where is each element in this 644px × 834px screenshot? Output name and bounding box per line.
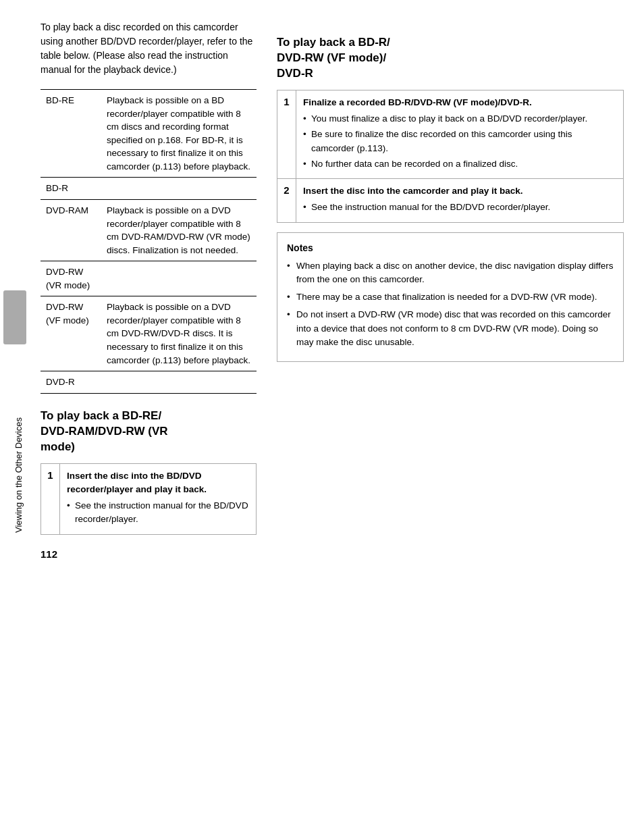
step-row-1: 1 Finalize a recorded BD-R/DVD-RW (VF mo… bbox=[277, 90, 623, 179]
notes-list: When playing back a disc on another devi… bbox=[287, 259, 614, 350]
section-bdr-heading: To play back a BD-R/DVD-RW (VF mode)/DVD… bbox=[277, 35, 624, 82]
sidebar-rect bbox=[3, 290, 26, 344]
step-title-bdr-1: Finalize a recorded BD-R/DVD-RW (VF mode… bbox=[303, 96, 616, 109]
disc-type-dvdrw-vr: DVD-RW(VR mode) bbox=[41, 261, 101, 296]
steps-bdr: 1 Finalize a recorded BD-R/DVD-RW (VF mo… bbox=[277, 90, 624, 223]
intro-paragraph: To play back a disc recorded on this cam… bbox=[41, 20, 257, 77]
table-row: DVD-RW(VR mode) bbox=[41, 261, 257, 296]
table-row: DVD-RAM Playback is possible on a DVD re… bbox=[41, 199, 257, 261]
disc-desc-dvdrw-vf: Playback is possible on a DVD recorder/p… bbox=[101, 296, 257, 371]
step-bullet: You must finalize a disc to play it back… bbox=[303, 112, 616, 126]
notes-box: Notes When playing back a disc on anothe… bbox=[277, 232, 624, 363]
step-number-bdr-2: 2 bbox=[277, 179, 296, 222]
sidebar-label: Viewing on the Other Devices bbox=[14, 417, 24, 533]
sidebar-tab: Viewing on the Other Devices bbox=[0, 0, 27, 834]
disc-type-bdr: BD-R bbox=[41, 178, 101, 200]
section-bdre-heading: To play back a BD-RE/DVD-RAM/DVD-RW (VRm… bbox=[41, 409, 257, 455]
main-content: To play back a disc recorded on this cam… bbox=[27, 0, 644, 834]
step-bullet: Be sure to finalize the disc recorded on… bbox=[303, 128, 616, 155]
disc-desc-dvdram: Playback is possible on a DVD recorder/p… bbox=[101, 199, 257, 261]
sidebar-label-text: Viewing on the Other Devices bbox=[14, 417, 24, 533]
page-number: 112 bbox=[41, 548, 257, 560]
step-title-bdr-2: Insert the disc into the camcorder and p… bbox=[303, 184, 550, 198]
table-row: DVD-R bbox=[41, 371, 257, 394]
notes-item-2: There may be a case that finalization is… bbox=[287, 290, 614, 304]
disc-desc-bdr bbox=[101, 178, 257, 200]
disc-desc-dvdr bbox=[101, 371, 257, 394]
step-bullet: No further data can be recorded on a fin… bbox=[303, 157, 616, 171]
disc-type-bdre: BD-RE bbox=[41, 90, 101, 178]
step-bullet: See the instruction manual for the BD/DV… bbox=[303, 201, 550, 214]
step-content-1: Insert the disc into the BD/DVD recorder… bbox=[60, 464, 256, 534]
table-row: BD-RE Playback is possible on a BD recor… bbox=[41, 90, 257, 178]
table-row: DVD-RW(VF mode) Playback is possible on … bbox=[41, 296, 257, 371]
step-bullet: See the instruction manual for the BD/DV… bbox=[67, 499, 249, 527]
step-row-2: 2 Insert the disc into the camcorder and… bbox=[277, 179, 623, 222]
compatibility-table: BD-RE Playback is possible on a BD recor… bbox=[41, 89, 257, 394]
notes-item-3: Do not insert a DVD-RW (VR mode) disc th… bbox=[287, 308, 614, 349]
step-row: 1 Insert the disc into the BD/DVD record… bbox=[41, 464, 256, 534]
section-bdr-title: To play back a BD-R/DVD-RW (VF mode)/DVD… bbox=[277, 36, 390, 80]
step-title-1: Insert the disc into the BD/DVD recorder… bbox=[67, 469, 249, 497]
notes-title: Notes bbox=[287, 241, 614, 255]
disc-desc-dvdrw-vr bbox=[101, 261, 257, 296]
disc-type-dvdram: DVD-RAM bbox=[41, 199, 101, 261]
left-column: To play back a disc recorded on this cam… bbox=[41, 20, 257, 814]
right-column: To play back a BD-R/DVD-RW (VF mode)/DVD… bbox=[277, 20, 624, 814]
step-number-1: 1 bbox=[41, 464, 60, 534]
section-bdre-title: To play back a BD-RE/DVD-RAM/DVD-RW (VRm… bbox=[41, 409, 168, 453]
notes-item-1: When playing back a disc on another devi… bbox=[287, 259, 614, 287]
steps-bdre: 1 Insert the disc into the BD/DVD record… bbox=[41, 463, 257, 535]
disc-type-dvdrw-vf: DVD-RW(VF mode) bbox=[41, 296, 101, 371]
step-content-bdr-1: Finalize a recorded BD-R/DVD-RW (VF mode… bbox=[296, 90, 623, 178]
table-row: BD-R bbox=[41, 178, 257, 200]
step-number-bdr-1: 1 bbox=[277, 90, 296, 178]
disc-desc-bdre: Playback is possible on a BD recorder/pl… bbox=[101, 90, 257, 178]
step-content-bdr-2: Insert the disc into the camcorder and p… bbox=[296, 179, 557, 222]
disc-type-dvdr: DVD-R bbox=[41, 371, 101, 394]
